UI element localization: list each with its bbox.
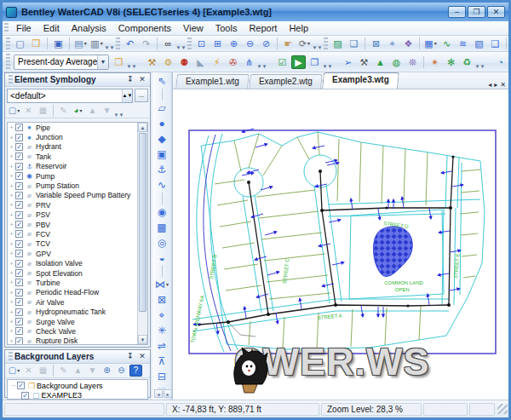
- symbology-item-pbv[interactable]: +✓⌀PBV: [8, 220, 137, 229]
- expand-icon[interactable]: +: [8, 299, 15, 305]
- menu-item-edit[interactable]: Edit: [37, 22, 66, 34]
- hydro-tank-tool-button[interactable]: ⊟: [154, 369, 170, 384]
- toolbar-overflow-icon[interactable]: ▼▼: [476, 55, 484, 69]
- symbology-item-reservoir[interactable]: +✓⚓Reservoir: [8, 162, 137, 171]
- move-up-button[interactable]: ▲: [86, 105, 99, 117]
- print-preview-button[interactable]: ▤▾: [73, 37, 88, 50]
- aerial-view-button[interactable]: ⊠: [369, 37, 383, 50]
- symbology-item-pump[interactable]: +✓◉Pump: [8, 171, 137, 181]
- chevron-down-icon[interactable]: ▼: [97, 55, 108, 69]
- animation-button[interactable]: ❊: [405, 55, 420, 69]
- toolbar-overflow-icon[interactable]: ▼▼: [115, 104, 123, 118]
- pin-button[interactable]: ↧: [124, 74, 136, 85]
- new-symbology-button[interactable]: ▢▾: [8, 105, 20, 117]
- close-panel-button[interactable]: ✕: [136, 351, 148, 362]
- checkbox[interactable]: ✓: [15, 163, 23, 170]
- symbology-item-prv[interactable]: +✓⌀PRV: [8, 200, 137, 210]
- zoom-extents-button[interactable]: ⊞: [210, 37, 225, 50]
- background-image-button[interactable]: ▨: [330, 37, 345, 50]
- air-valve-tool-button[interactable]: ⊼: [154, 354, 170, 369]
- maximize-button[interactable]: ❐: [468, 6, 485, 18]
- lateral-tool-button[interactable]: ∿: [154, 177, 170, 193]
- menu-item-help[interactable]: Help: [283, 22, 314, 34]
- move-down-button[interactable]: ▼: [100, 105, 113, 117]
- expand-icon[interactable]: +: [8, 250, 15, 256]
- expand-icon[interactable]: +: [8, 124, 15, 130]
- select-tool-button[interactable]: ⇖: [154, 73, 170, 89]
- close-button[interactable]: ✕: [487, 6, 505, 18]
- symbology-item-rupture-disk[interactable]: +✓⌀Rupture Disk: [8, 337, 137, 345]
- checkbox[interactable]: ✓: [15, 279, 23, 286]
- tab-example1-wtg[interactable]: Example1.wtg: [175, 74, 250, 89]
- expand-icon[interactable]: +: [8, 261, 15, 267]
- checkbox[interactable]: ✓: [15, 260, 23, 268]
- tab-example3-wtg[interactable]: Example3.wtg: [322, 72, 399, 89]
- symbology-item-turbine[interactable]: +✓⌀Turbine: [8, 278, 137, 287]
- zoom-in-button[interactable]: ⊕: [227, 37, 241, 50]
- symbology-item-variable-speed-pump-battery[interactable]: +✓⌀Variable Speed Pump Battery: [8, 191, 137, 200]
- profiles-button[interactable]: ≋: [456, 37, 470, 50]
- hydrant-tool-button[interactable]: ◆: [154, 131, 170, 147]
- checkbox[interactable]: ✓: [21, 392, 29, 400]
- turbine-tool-button[interactable]: ✳: [154, 323, 170, 338]
- toolbar-overflow-icon[interactable]: ▼▼: [177, 37, 185, 50]
- symbology-item-hydrant[interactable]: +✓⌀Hydrant: [8, 142, 137, 152]
- queries-button[interactable]: ❖: [401, 37, 416, 50]
- undo-button[interactable]: ↶: [123, 37, 137, 50]
- menu-item-components[interactable]: Components: [112, 22, 177, 34]
- scroll-left-icon[interactable]: ◂: [154, 389, 163, 398]
- customer-meter-tool-button[interactable]: ◒: [154, 250, 170, 266]
- scrollbar-thumb[interactable]: [139, 133, 146, 312]
- periodic-head-flow-tool-button[interactable]: ⇌: [154, 338, 170, 354]
- validate-button[interactable]: ☑: [275, 55, 290, 69]
- checkbox[interactable]: ✓: [15, 201, 23, 209]
- tree-row-root[interactable]: − ✓ ❒ Background Layers: [9, 381, 146, 391]
- menu-item-view[interactable]: View: [177, 22, 210, 34]
- checkbox[interactable]: ✓: [15, 182, 23, 190]
- scroll-down-icon[interactable]: ▼: [138, 335, 147, 344]
- close-panel-button[interactable]: ✕: [136, 74, 148, 85]
- scroll-up-icon[interactable]: ▲: [138, 123, 147, 132]
- expand-all-button[interactable]: ⊕: [100, 365, 113, 377]
- expand-icon[interactable]: +: [8, 212, 15, 218]
- prototypes-button[interactable]: ◣: [193, 55, 208, 69]
- symbology-preset-select[interactable]: <default> ▲▼: [7, 89, 133, 103]
- select-by-element-button[interactable]: ⌖: [385, 37, 399, 50]
- symbology-item-surge-valve[interactable]: +✓⌀Surge Valve: [8, 317, 137, 326]
- checkbox[interactable]: ✓: [15, 250, 23, 257]
- checkbox[interactable]: ✓: [15, 211, 23, 219]
- checkbox[interactable]: ✓: [15, 221, 23, 228]
- delete-symbology-button[interactable]: ✕: [22, 105, 35, 117]
- toolbar-overflow-icon[interactable]: ▼▼: [313, 37, 321, 50]
- symbology-browse-button[interactable]: ...: [135, 89, 148, 102]
- checkbox[interactable]: ✓: [15, 308, 23, 316]
- menu-item-report[interactable]: Report: [243, 22, 283, 34]
- refresh-button[interactable]: ⟳▾: [297, 37, 312, 50]
- menu-item-analysis[interactable]: Analysis: [66, 22, 112, 34]
- redo-button[interactable]: ↷: [139, 37, 153, 50]
- checkbox[interactable]: ✓: [15, 143, 23, 151]
- engineering-standards-button[interactable]: ⚡: [210, 55, 224, 69]
- expand-icon[interactable]: +: [8, 319, 15, 325]
- expand-icon[interactable]: +: [8, 144, 15, 150]
- terrain-extractor-button[interactable]: ▲: [373, 55, 388, 69]
- graphs-button[interactable]: ∿: [439, 37, 454, 50]
- junction-tool-button[interactable]: ●: [154, 116, 170, 131]
- toolbar-overflow-icon[interactable]: ▼▼: [106, 37, 113, 50]
- minimize-button[interactable]: –: [448, 6, 466, 18]
- symbology-item-tank[interactable]: +✓⌀Tank: [8, 152, 137, 161]
- calculation-options-button[interactable]: ⚙: [161, 55, 175, 69]
- layout-toolbar-scroller[interactable]: ◂▸: [154, 389, 172, 399]
- expand-icon[interactable]: +: [8, 222, 15, 227]
- darwin-calibrator-button[interactable]: ⚒: [357, 55, 371, 69]
- menu-item-tools[interactable]: Tools: [210, 22, 244, 34]
- expand-icon[interactable]: +: [8, 270, 15, 276]
- pipe-tool-button[interactable]: ▱: [154, 101, 170, 116]
- expand-icon[interactable]: +: [8, 183, 15, 189]
- checkbox[interactable]: ✓: [15, 327, 23, 335]
- thematic-mapping-button[interactable]: ◍: [389, 55, 404, 69]
- symbology-item-spot-elevation[interactable]: +✓⌀Spot Elevation: [8, 268, 137, 278]
- symbology-item-isolation-valve[interactable]: +✓⌀Isolation Valve: [8, 258, 137, 268]
- checkbox[interactable]: ✓: [15, 172, 23, 180]
- edit-annotation-button[interactable]: ✎: [57, 105, 70, 117]
